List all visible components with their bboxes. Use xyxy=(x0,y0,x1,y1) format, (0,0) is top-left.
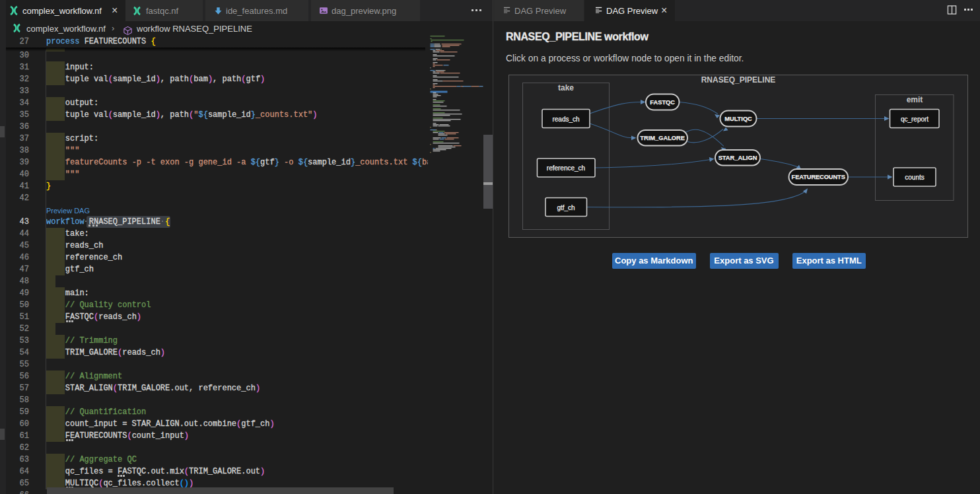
svg-text:qc_report: qc_report xyxy=(901,116,928,123)
svg-text:FEATURECOUNTS: FEATURECOUNTS xyxy=(792,174,845,180)
svg-text:emit: emit xyxy=(907,95,923,104)
svg-text:FASTQC: FASTQC xyxy=(650,99,675,106)
svg-text:STAR_ALIGN: STAR_ALIGN xyxy=(718,155,757,161)
svg-text:counts: counts xyxy=(905,174,924,181)
svg-text:reference_ch: reference_ch xyxy=(547,164,585,172)
svg-text:take: take xyxy=(558,83,574,92)
svg-text:reads_ch: reads_ch xyxy=(552,116,579,123)
svg-text:gtf_ch: gtf_ch xyxy=(557,204,575,211)
svg-text:TRIM_GALORE: TRIM_GALORE xyxy=(640,135,685,141)
svg-text:MULTIQC: MULTIQC xyxy=(724,116,752,122)
svg-text:RNASEQ_PIPELINE: RNASEQ_PIPELINE xyxy=(701,75,776,85)
